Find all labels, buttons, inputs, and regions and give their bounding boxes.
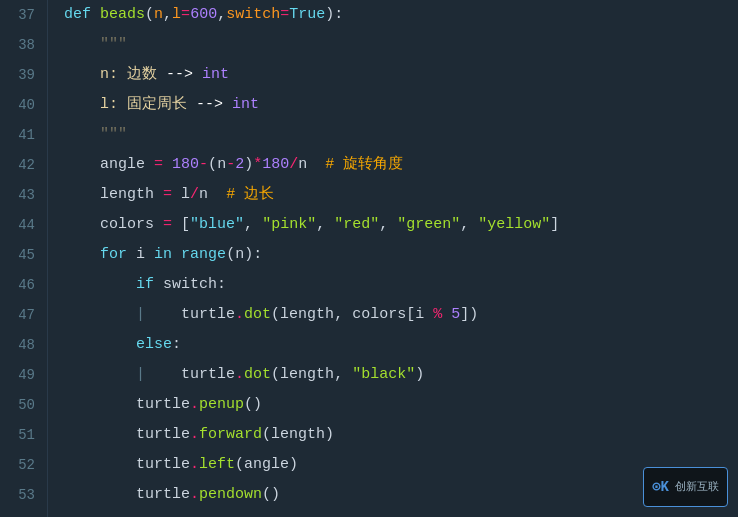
line-41: 41 <box>8 120 35 150</box>
line-47: 47 <box>8 300 35 330</box>
line-51: 51 <box>8 420 35 450</box>
code-line-41: """ <box>64 120 738 150</box>
code-line-46: if switch: <box>64 270 738 300</box>
code-line-42: angle = 180-(n-2)*180/n # 旋转角度 <box>64 150 738 180</box>
code-editor: 37 38 39 40 41 42 43 44 45 46 47 48 49 5… <box>0 0 738 517</box>
code-line-48: else: <box>64 330 738 360</box>
line-44: 44 <box>8 210 35 240</box>
code-line-38: """ <box>64 30 738 60</box>
code-line-39: n: 边数 --> int <box>64 60 738 90</box>
watermark-icon: ⊙K <box>652 472 669 502</box>
code-content: def beads(n,l=600,switch=True): """ n: 边… <box>48 0 738 517</box>
code-line-37: def beads(n,l=600,switch=True): <box>64 0 738 30</box>
code-line-53: turtle.pendown() <box>64 480 738 510</box>
code-line-52: turtle.left(angle) <box>64 450 738 480</box>
code-line-50: turtle.penup() <box>64 390 738 420</box>
line-42: 42 <box>8 150 35 180</box>
code-line-43: length = l/n # 边长 <box>64 180 738 210</box>
line-43: 43 <box>8 180 35 210</box>
code-line-40: l: 固定周长 --> int <box>64 90 738 120</box>
line-46: 46 <box>8 270 35 300</box>
watermark-text: 创新互联 <box>675 472 719 502</box>
line-52: 52 <box>8 450 35 480</box>
code-line-47: | turtle.dot(length, colors[i % 5]) <box>64 300 738 330</box>
line-37: 37 <box>8 0 35 30</box>
code-line-45: for i in range(n): <box>64 240 738 270</box>
line-39: 39 <box>8 60 35 90</box>
code-line-44: colors = ["blue", "pink", "red", "green"… <box>64 210 738 240</box>
line-53: 53 <box>8 480 35 510</box>
code-line-49: | turtle.dot(length, "black") <box>64 360 738 390</box>
line-49: 49 <box>8 360 35 390</box>
line-40: 40 <box>8 90 35 120</box>
watermark: ⊙K 创新互联 <box>643 467 728 507</box>
code-line-51: turtle.forward(length) <box>64 420 738 450</box>
line-numbers: 37 38 39 40 41 42 43 44 45 46 47 48 49 5… <box>0 0 48 517</box>
line-48: 48 <box>8 330 35 360</box>
line-45: 45 <box>8 240 35 270</box>
line-38: 38 <box>8 30 35 60</box>
line-50: 50 <box>8 390 35 420</box>
